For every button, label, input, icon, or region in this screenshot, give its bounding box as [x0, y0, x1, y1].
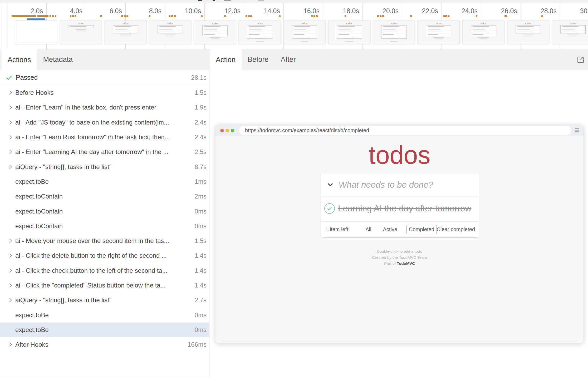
filmstrip-thumbnail[interactable]: todos — [462, 21, 504, 44]
mini-todo-row — [337, 36, 362, 38]
todo-toggle-checked-icon[interactable] — [324, 203, 335, 214]
card-stack-edge — [325, 238, 474, 239]
chevron-right-icon[interactable] — [7, 164, 15, 170]
mini-todo-row — [516, 26, 541, 28]
action-label: expect.toContain — [15, 208, 192, 215]
chevron-right-icon[interactable] — [7, 104, 15, 111]
test-status-row[interactable]: Passed 28.1s — [0, 70, 209, 85]
action-row[interactable]: expect.toContain2ms — [0, 189, 209, 204]
mini-todo-row — [292, 26, 317, 28]
tab-metadata[interactable]: Metadata — [37, 49, 79, 70]
chevron-right-icon[interactable] — [7, 267, 15, 274]
action-duration: 0ms — [195, 222, 207, 230]
chevron-right-icon[interactable] — [7, 149, 15, 155]
tab-before[interactable]: Before — [242, 49, 275, 70]
mini-todo-row — [203, 28, 227, 31]
mini-caption-line — [569, 36, 577, 36]
mini-todo-row — [68, 26, 93, 28]
action-row[interactable]: ai - Enter "Learn Rust tomorrow" in the … — [0, 130, 209, 145]
mini-caption-line — [301, 41, 308, 42]
filmstrip-thumbnail[interactable] — [15, 21, 57, 44]
action-duration: 2.4s — [195, 119, 207, 126]
filmstrip-thumbnail[interactable]: todos — [373, 21, 415, 44]
action-row[interactable]: aiQuery - "string[], tasks in the list"2… — [0, 293, 209, 307]
tab-actions[interactable]: Actions — [2, 49, 37, 70]
mini-todo-card — [68, 25, 94, 28]
mini-todo-row — [158, 31, 183, 33]
action-row[interactable]: ai - Click the delete button to the righ… — [0, 248, 209, 263]
action-row[interactable]: aiQuery - "string[], tasks in the list"8… — [0, 159, 209, 174]
chevron-right-icon[interactable] — [7, 297, 15, 303]
action-row[interactable]: ai - Click the check button to the left … — [0, 263, 209, 278]
timeline-action-mark — [72, 15, 74, 17]
action-label: After Hooks — [15, 341, 185, 348]
action-row[interactable]: ai - Move your mouse over the second ite… — [0, 234, 209, 248]
timeline-tick-label: 24.0s — [441, 7, 478, 15]
chevron-right-icon[interactable] — [7, 282, 15, 289]
timeline-action-mark — [250, 15, 252, 17]
filmstrip-thumbnail[interactable]: todos — [239, 21, 281, 44]
mini-caption-line — [209, 37, 220, 38]
chevron-right-icon[interactable] — [7, 119, 15, 126]
action-row[interactable]: expect.toContain0ms — [0, 219, 209, 234]
action-row[interactable]: ai - Enter "Learn" in the task box, don'… — [0, 100, 209, 115]
mini-caption-line — [165, 34, 176, 35]
action-duration: 8.7s — [195, 163, 207, 171]
action-row[interactable]: expect.toBe1ms — [0, 174, 209, 189]
chevron-right-icon[interactable] — [7, 238, 15, 244]
todo-item-label[interactable]: Learning AI the day after tomorrow — [338, 204, 471, 214]
open-snapshot-external-icon[interactable] — [576, 56, 585, 64]
new-todo-input[interactable]: What needs to be done? — [339, 180, 433, 190]
chevron-right-icon[interactable] — [7, 90, 15, 96]
filmstrip-thumbnail[interactable]: todos — [149, 21, 191, 44]
action-row[interactable]: Before Hooks1.5s — [0, 85, 209, 100]
passed-check-icon — [5, 74, 13, 81]
filter-all[interactable]: All — [363, 225, 374, 234]
action-row[interactable]: ai - Enter "Learning AI the day after to… — [0, 145, 209, 159]
chevron-right-icon[interactable] — [7, 134, 15, 140]
filter-active[interactable]: Active — [381, 225, 400, 234]
tab-action[interactable]: Action — [210, 49, 242, 70]
tab-after[interactable]: After — [275, 49, 302, 70]
action-row[interactable]: ai - Add "JS today" to base on the exist… — [0, 115, 209, 130]
mini-todo-row — [426, 26, 451, 28]
filmstrip-thumbnail[interactable]: todos — [552, 21, 588, 44]
action-label: ai - Add "JS today" to base on the exist… — [15, 119, 192, 126]
mini-todo-row — [381, 28, 406, 31]
filmstrip-thumbnail[interactable]: todos — [418, 21, 460, 44]
toggle-all-chevron-icon[interactable] — [326, 181, 334, 189]
mini-caption-line — [435, 38, 443, 39]
mini-todos-title: todos — [284, 22, 325, 25]
mini-todo-row — [471, 33, 496, 36]
mini-todo-row — [426, 33, 451, 36]
mini-caption-line — [390, 41, 398, 42]
chevron-right-icon[interactable] — [7, 341, 15, 348]
mini-todo-row — [292, 28, 317, 31]
timeline-tick-label: 18.0s — [322, 7, 359, 15]
action-label: expect.toBe — [15, 178, 192, 185]
action-row[interactable]: expect.toContain0ms — [0, 204, 209, 219]
filmstrip-thumbnail[interactable]: todos — [60, 21, 102, 44]
filter-completed[interactable]: Completed — [406, 225, 437, 234]
clear-completed-button[interactable]: Clear completed — [437, 226, 475, 232]
timeline-hover-bar — [27, 18, 45, 20]
chevron-right-icon[interactable] — [7, 252, 15, 259]
timeline-action-mark — [246, 15, 247, 17]
mini-todo-row — [561, 31, 585, 33]
action-row[interactable]: ai - Click the "completed" Status button… — [0, 278, 209, 293]
filmstrip-thumbnail[interactable]: todos — [507, 21, 549, 44]
timeline[interactable]: 2.0s4.0s6.0s8.0s10.0s12.0s14.0s16.0s18.0… — [0, 3, 588, 49]
filmstrip-thumbnail[interactable]: todos — [194, 21, 236, 44]
traffic-light-close-icon — [220, 129, 224, 132]
mini-caption-line — [523, 34, 534, 35]
action-row[interactable]: expect.toBe0ms — [0, 307, 209, 322]
timeline-tick-label: 8.0s — [125, 7, 161, 15]
action-row[interactable]: expect.toBe0ms — [0, 323, 209, 337]
filmstrip-thumbnail[interactable]: todos — [328, 21, 370, 44]
mini-todo-row — [426, 28, 451, 31]
filmstrip-thumbnail[interactable]: todos — [105, 21, 147, 44]
page-url: https://todomvc.com/examples/react/dist/… — [245, 127, 369, 133]
todo-card: What needs to be done? Learning AI the d… — [321, 173, 479, 237]
action-row[interactable]: After Hooks166ms — [0, 337, 209, 352]
filmstrip-thumbnail[interactable]: todos — [283, 21, 326, 44]
